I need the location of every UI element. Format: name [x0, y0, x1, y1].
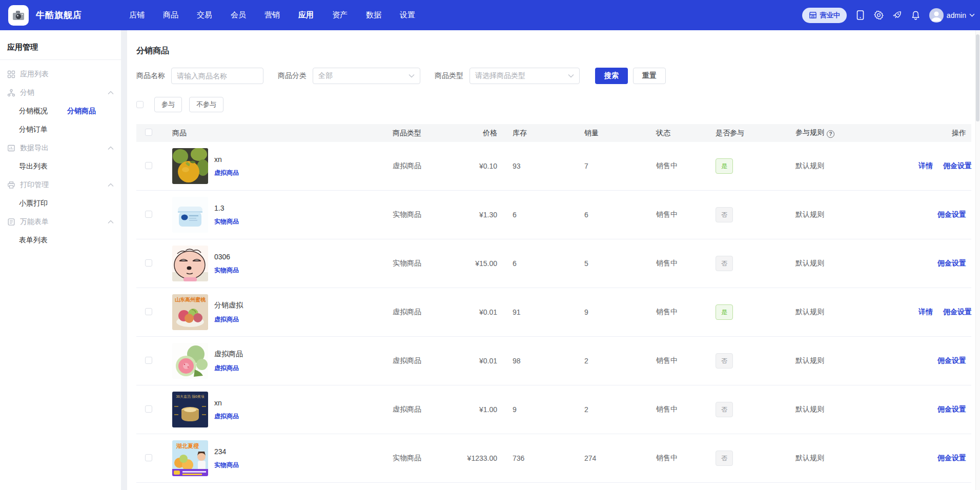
bell-icon[interactable] [911, 10, 921, 20]
detail-link[interactable]: 详情 [918, 161, 933, 170]
product-cell: xn虚拟商品 [162, 148, 382, 184]
sidebar-subitem-表单列表[interactable]: 表单列表 [19, 231, 67, 250]
rules-cell: 默认规则 [785, 405, 908, 414]
product-type-link[interactable]: 虚拟商品 [214, 364, 243, 373]
not-participate-button[interactable]: 不参与 [189, 97, 223, 112]
commission-settings-link[interactable]: 佣金设置 [937, 259, 966, 267]
row-checkbox[interactable] [145, 357, 152, 364]
row-checkbox-cell [136, 454, 162, 463]
sidebar-item-分销[interactable]: 分销 [0, 84, 121, 102]
header-label: 商品 [172, 129, 187, 138]
detail-link[interactable]: 详情 [918, 308, 933, 316]
chevron-up-icon [108, 220, 114, 224]
nav-item-会员[interactable]: 会员 [231, 10, 246, 20]
participate-cell: 否 [708, 207, 785, 222]
sidebar-item-万能表单[interactable]: 万能表单 [0, 213, 121, 231]
commission-settings-link[interactable]: 佣金设置 [943, 308, 972, 316]
nav-item-营销[interactable]: 营销 [264, 10, 280, 20]
select-all-checkbox[interactable] [136, 101, 144, 108]
sidebar-subitem-分销订单[interactable]: 分销订单 [19, 120, 67, 139]
chevron-up-icon [108, 183, 114, 187]
nav-item-数据[interactable]: 数据 [366, 10, 381, 20]
sidebar-subitem-导出列表[interactable]: 导出列表 [19, 157, 67, 176]
question-circle-icon[interactable]: ? [827, 130, 834, 138]
rules-cell: 默认规则 [785, 210, 908, 219]
product-name: 虚拟商品 [214, 350, 243, 359]
product-type-link[interactable]: 实物商品 [214, 461, 239, 469]
product-type-link[interactable]: 虚拟商品 [214, 169, 239, 177]
search-button[interactable]: 搜索 [595, 68, 628, 84]
header-cell-是否参与: 是否参与 [708, 129, 785, 138]
business-status-badge[interactable]: 营业中 [802, 8, 847, 23]
product-name: 234 [214, 447, 239, 456]
row-checkbox[interactable] [145, 308, 152, 315]
rules-cell: 默认规则 [785, 259, 908, 268]
header-checkbox[interactable] [145, 129, 152, 136]
participate-badge: 否 [716, 451, 733, 466]
row-checkbox[interactable] [145, 405, 152, 413]
product-name: xn [214, 399, 239, 407]
type-select[interactable]: 请选择商品类型 [469, 68, 580, 84]
sidebar-item-打印管理[interactable]: 打印管理 [0, 176, 121, 194]
scrollbar-thumb[interactable] [976, 34, 979, 121]
commission-settings-link[interactable]: 佣金设置 [937, 454, 966, 462]
sidebar-submenu-分销: 分销概况分销商品分销订单 [0, 102, 121, 139]
category-select[interactable]: 全部 [313, 68, 420, 84]
header-label: 状态 [656, 129, 670, 137]
header-cell-销量: 销量 [577, 129, 649, 138]
sidebar-item-数据导出[interactable]: 数据导出 [0, 139, 121, 157]
sales-cell: 2 [577, 357, 649, 365]
actions-cell: 佣金设置 [908, 210, 971, 219]
sidebar-item-label: 打印管理 [20, 180, 49, 190]
sidebar-submenu-打印管理: 小票打印 [0, 194, 121, 213]
participate-cell: 是 [708, 158, 785, 174]
commission-settings-link[interactable]: 佣金设置 [937, 356, 966, 364]
sales-cell: 9 [577, 308, 649, 316]
rocket-icon[interactable] [892, 10, 902, 20]
commission-settings-link[interactable]: 佣金设置 [943, 161, 972, 170]
product-type-link[interactable]: 虚拟商品 [214, 412, 239, 421]
product-type-link[interactable]: 虚拟商品 [214, 315, 243, 324]
svg-text:山东高州蜜桃: 山东高州蜜桃 [175, 297, 206, 302]
chevron-up-icon [108, 91, 114, 95]
sales-cell: 2 [577, 405, 649, 414]
nav-item-应用[interactable]: 应用 [298, 10, 314, 20]
nav-item-资产[interactable]: 资产 [332, 10, 348, 20]
header-label: 商品类型 [393, 129, 421, 137]
sidebar-subitem-小票打印[interactable]: 小票打印 [19, 194, 67, 213]
row-checkbox[interactable] [145, 211, 152, 218]
sidebar-subitem-分销商品[interactable]: 分销商品 [67, 102, 115, 120]
product-type-link[interactable]: 实物商品 [214, 217, 239, 226]
reset-button[interactable]: 重置 [633, 68, 666, 84]
product-type-link[interactable]: 实物商品 [214, 266, 239, 275]
sidebar-subitem-分销概况[interactable]: 分销概况 [19, 102, 67, 120]
nav-item-店铺[interactable]: 店铺 [129, 10, 145, 20]
sidebar-item-应用列表[interactable]: 应用列表 [0, 65, 121, 84]
product-name-input[interactable] [171, 68, 263, 84]
nav-item-商品[interactable]: 商品 [163, 10, 178, 20]
stock-cell: 6 [505, 211, 577, 219]
commission-settings-link[interactable]: 佣金设置 [937, 405, 966, 413]
nav-item-设置[interactable]: 设置 [400, 10, 415, 20]
sales-cell: 6 [577, 211, 649, 219]
header-cell-checkbox [136, 129, 162, 137]
status-cell: 销售中 [649, 454, 708, 463]
participate-badge: 否 [716, 256, 733, 271]
table-row: 虚拟商品虚拟商品虚拟商品¥0.01982销售中否默认规则佣金设置 [136, 337, 971, 385]
nav-item-交易[interactable]: 交易 [197, 10, 212, 20]
row-checkbox[interactable] [145, 454, 152, 461]
store-logo[interactable] [8, 5, 29, 26]
commission-settings-link[interactable]: 佣金设置 [937, 210, 966, 218]
table-header: 商品商品类型价格库存销量状态是否参与参与规则?操作 [136, 124, 971, 142]
row-checkbox[interactable] [145, 162, 152, 169]
stock-cell: 91 [505, 308, 577, 316]
participate-button[interactable]: 参与 [154, 97, 182, 112]
product-image-fruit-green-orange [172, 148, 208, 184]
gear-icon[interactable] [874, 10, 884, 20]
header-cell-状态: 状态 [649, 129, 708, 138]
product-image-navy-jar: 36大嘉浩 颁6奖项 [172, 392, 208, 427]
mobile-icon[interactable] [855, 10, 865, 20]
user-menu[interactable]: admin [929, 8, 975, 23]
scrollbar[interactable] [975, 30, 980, 490]
row-checkbox[interactable] [145, 259, 152, 267]
